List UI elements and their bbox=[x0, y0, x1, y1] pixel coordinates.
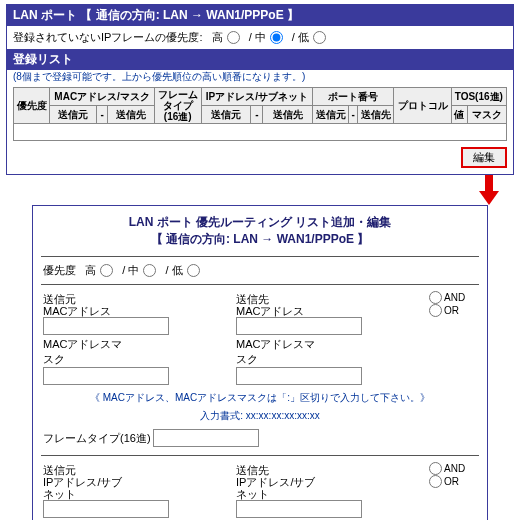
rule-table: 優先度 MACアドレス/マスク フレームタイプ(16進) IPアドレス/サブネッ… bbox=[13, 87, 507, 141]
src-mac-mask-input[interactable] bbox=[43, 367, 169, 385]
mac-mask-label2: MACアドレスマスク bbox=[236, 337, 326, 367]
ip-and-label: AND bbox=[444, 463, 465, 474]
unreg-lo-label: 低 bbox=[298, 30, 309, 45]
ed-mid-label: 中 bbox=[128, 263, 139, 278]
src-ip-label: 送信元IPアドレス/サブネット bbox=[43, 464, 133, 500]
arrow-icon bbox=[482, 175, 496, 205]
col-mac-dst: 送信先 bbox=[108, 106, 155, 124]
mac-and-label: AND bbox=[444, 292, 465, 303]
editor-title1: LAN ポート 優先ルーティング リスト追加・編集 bbox=[129, 215, 392, 229]
col-ip: IPアドレス/サブネット bbox=[201, 88, 312, 106]
dst-mac-input[interactable] bbox=[236, 317, 362, 335]
col-tos: TOS(16進) bbox=[451, 88, 506, 106]
ip-or-radio[interactable] bbox=[429, 475, 442, 488]
dst-mac-mask-input[interactable] bbox=[236, 367, 362, 385]
ed-hi-label: 高 bbox=[85, 263, 96, 278]
col-proto: プロトコル bbox=[394, 88, 451, 124]
col-frame: フレームタイプ(16進) bbox=[154, 88, 201, 124]
unreg-hi-radio[interactable] bbox=[227, 31, 240, 44]
ip-and-radio[interactable] bbox=[429, 462, 442, 475]
editor-prio-label: 優先度 bbox=[43, 264, 76, 276]
col-mac-src: 送信元 bbox=[50, 106, 97, 124]
frame-input[interactable] bbox=[153, 429, 259, 447]
ip-or-label: OR bbox=[444, 476, 459, 487]
editor-title2: 【 通信の方向: LAN → WAN1/PPPoE 】 bbox=[151, 232, 370, 246]
mac-and-radio[interactable] bbox=[429, 291, 442, 304]
edit-button[interactable]: 編集 bbox=[461, 147, 507, 168]
src-ip-input[interactable] bbox=[43, 500, 169, 518]
col-mac: MACアドレス/マスク bbox=[50, 88, 155, 106]
col-port-src: 送信元 bbox=[313, 106, 349, 124]
col-port: ポート番号 bbox=[313, 88, 394, 106]
src-mac-label: 送信元MACアドレス bbox=[43, 293, 133, 317]
frame-label: フレームタイプ(16進) bbox=[43, 431, 153, 446]
ed-lo-label: 低 bbox=[172, 263, 183, 278]
dst-ip-input[interactable] bbox=[236, 500, 362, 518]
unreg-hi-label: 高 bbox=[212, 30, 223, 45]
table-empty-row bbox=[14, 124, 507, 141]
col-ip-src: 送信元 bbox=[201, 106, 251, 124]
unreg-lo-radio[interactable] bbox=[313, 31, 326, 44]
ed-lo-radio[interactable] bbox=[187, 264, 200, 277]
col-prio: 優先度 bbox=[14, 88, 50, 124]
editor-panel: LAN ポート 優先ルーティング リスト追加・編集 【 通信の方向: LAN →… bbox=[32, 205, 488, 520]
col-tos-val: 値 bbox=[451, 106, 468, 124]
unreg-mid-radio[interactable] bbox=[270, 31, 283, 44]
src-mac-input[interactable] bbox=[43, 317, 169, 335]
mac-or-radio[interactable] bbox=[429, 304, 442, 317]
unreg-priority-row: 登録されていないIPフレームの優先度: 高 / 中 / 低 bbox=[7, 26, 513, 49]
mac-note1: 《 MACアドレス、MACアドレスマスクは「:」区切りで入力して下さい。》 bbox=[43, 391, 477, 405]
unreg-mid-label: 中 bbox=[255, 30, 266, 45]
dst-ip-label: 送信先IPアドレス/サブネット bbox=[236, 464, 326, 500]
col-ip-dst: 送信先 bbox=[263, 106, 313, 124]
page-title: LAN ポート 【 通信の方向: LAN → WAN1/PPPoE 】 bbox=[7, 5, 513, 26]
mac-note2: 入力書式: xx:xx:xx:xx:xx:xx bbox=[43, 409, 477, 423]
mac-or-label: OR bbox=[444, 305, 459, 316]
ed-mid-radio[interactable] bbox=[143, 264, 156, 277]
unreg-label: 登録されていないIPフレームの優先度: bbox=[13, 31, 202, 43]
mac-mask-label1: MACアドレスマスク bbox=[43, 337, 133, 367]
col-port-dst: 送信先 bbox=[358, 106, 394, 124]
ed-hi-radio[interactable] bbox=[100, 264, 113, 277]
list-title: 登録リスト bbox=[7, 49, 513, 70]
list-note: (8個まで登録可能です。上から優先順位の高い順番になります。) bbox=[7, 70, 513, 87]
col-tos-mask: マスク bbox=[468, 106, 507, 124]
dst-mac-label: 送信先MACアドレス bbox=[236, 293, 326, 317]
